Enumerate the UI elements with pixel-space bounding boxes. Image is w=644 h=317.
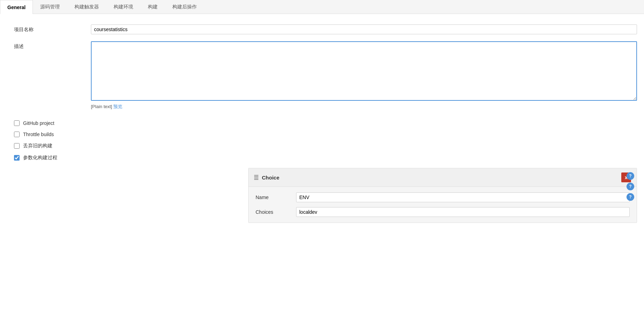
choice-name-input[interactable] — [296, 192, 630, 202]
parameterized-label[interactable]: 参数化构建过程 — [23, 155, 57, 161]
parameterized-checkbox[interactable] — [14, 155, 20, 161]
checkbox-discard-old: 丢弃旧的构建 — [14, 143, 637, 149]
drag-handle[interactable] — [254, 175, 258, 180]
checkboxes-section: GitHub project Throttle builds 丢弃旧的构建 参数… — [14, 120, 637, 161]
choice-header-left: Choice — [254, 175, 279, 181]
description-row: 描述 [Plain text] 预览 — [14, 41, 637, 110]
discard-old-label[interactable]: 丢弃旧的构建 — [23, 143, 52, 149]
checkbox-parameterized: 参数化构建过程 — [14, 155, 637, 161]
project-name-row: 项目名称 — [14, 24, 637, 34]
tab-general[interactable]: General — [0, 0, 33, 14]
preview-link[interactable]: 预览 — [113, 104, 122, 109]
tab-source-control[interactable]: 源码管理 — [33, 0, 67, 14]
checkbox-github-project: GitHub project — [14, 120, 637, 126]
throttle-builds-checkbox[interactable] — [14, 132, 20, 137]
help-button-2[interactable]: ? — [627, 183, 634, 190]
github-project-checkbox[interactable] — [14, 120, 20, 126]
tab-build-trigger[interactable]: 构建触发器 — [67, 0, 106, 14]
choice-choices-input[interactable] — [296, 207, 630, 217]
description-label: 描述 — [14, 41, 91, 50]
choice-panel-container: Choice x Name Choices — [131, 168, 637, 223]
choice-header: Choice x — [249, 168, 637, 187]
choice-panel: Choice x Name Choices — [248, 168, 637, 223]
choice-title: Choice — [262, 175, 279, 181]
choice-name-row: Name — [256, 192, 630, 202]
discard-old-checkbox[interactable] — [14, 143, 20, 149]
tab-post-build[interactable]: 构建后操作 — [165, 0, 204, 14]
tab-bar: General 源码管理 构建触发器 构建环境 构建 构建后操作 — [0, 0, 644, 14]
choice-body: Name Choices — [249, 187, 637, 223]
page-wrapper: General 源码管理 构建触发器 构建环境 构建 构建后操作 项目名称 描述 — [0, 0, 644, 317]
project-name-control — [91, 24, 637, 34]
help-button-3[interactable]: ? — [627, 193, 634, 201]
form-section: 项目名称 描述 [Plain text] 预览 — [14, 24, 637, 117]
tab-build[interactable]: 构建 — [141, 0, 165, 14]
plain-text-prefix: [Plain text] — [91, 104, 112, 109]
throttle-builds-label[interactable]: Throttle builds — [23, 132, 54, 137]
checkbox-throttle-builds: Throttle builds — [14, 132, 637, 137]
description-textarea[interactable] — [91, 41, 637, 101]
choice-choices-label: Choices — [256, 207, 291, 215]
main-content: 项目名称 描述 [Plain text] 预览 — [0, 14, 644, 317]
help-icons-column: ? ? ? — [624, 168, 637, 205]
choice-name-label: Name — [256, 192, 291, 200]
help-button-1[interactable]: ? — [627, 172, 634, 180]
project-name-label: 项目名称 — [14, 24, 91, 33]
tab-build-env[interactable]: 构建环境 — [106, 0, 141, 14]
github-project-label[interactable]: GitHub project — [23, 120, 54, 126]
choice-choices-row: Choices — [256, 207, 630, 217]
description-control: [Plain text] 预览 — [91, 41, 637, 110]
plain-text-note: [Plain text] 预览 — [91, 104, 637, 110]
project-name-input[interactable] — [91, 24, 637, 34]
